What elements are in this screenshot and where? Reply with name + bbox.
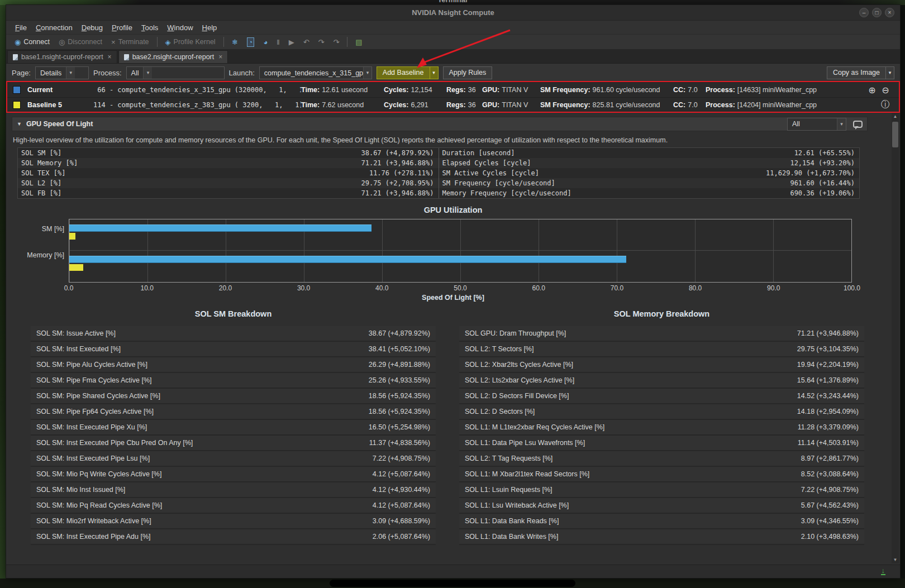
vertical-scrollbar[interactable]: ▲ ▼ [892, 113, 899, 563]
tab-close-icon[interactable]: × [108, 53, 112, 61]
menu-item[interactable]: Tools [137, 23, 163, 32]
tab-base1-report[interactable]: base1.nsight-cuprof-report × [7, 50, 117, 63]
table-row[interactable]: SOL L2: Xbar2lts Cycles Active [%] 19.94… [459, 357, 864, 373]
tab-close-icon[interactable]: × [218, 53, 222, 61]
step-back-button[interactable]: ↶ [299, 37, 313, 47]
terminate-button[interactable]: × Terminate [107, 37, 153, 47]
menu-item[interactable]: Help [198, 23, 222, 32]
process-select[interactable]: All ▾ [126, 66, 225, 79]
connect-button[interactable]: ◉ Connect [11, 37, 54, 47]
titlebar[interactable]: NVIDIA Nsight Compute – □ × [6, 5, 900, 21]
table-row[interactable]: SOL L1: M L1tex2xbar Req Cycles Active [… [459, 420, 864, 436]
copy-as-image-button[interactable]: Copy as Image [827, 66, 886, 79]
table-row[interactable]: SOL L1: M Xbar2l1tex Read Sectors [%] 8.… [459, 467, 864, 482]
table-row[interactable]: SOL SM: Mio Pq Read Cycles Active [%] 4.… [31, 498, 436, 514]
menu-item[interactable]: Profile [107, 23, 137, 32]
table-row[interactable]: SOL SM: Inst Executed Pipe Lsu [%] 7.22 … [31, 451, 436, 467]
table-row[interactable]: SOL SM: Pipe Shared Cycles Active [%] 18… [31, 389, 436, 404]
kernel-replay-button[interactable]: ◕ [259, 37, 272, 47]
collapse-icon[interactable]: ▼ [17, 121, 22, 127]
maximize-button[interactable]: □ [872, 8, 882, 17]
close-button[interactable]: × [885, 8, 894, 17]
toolbar-separator [223, 37, 224, 47]
table-row[interactable]: SOL L2: T Tag Requests [%] 8.97 (+2,861.… [459, 451, 864, 467]
table-row[interactable]: Memory Frequency [cycle/usecond] 690.36 … [439, 188, 860, 198]
tab-base2-report[interactable]: base2.nsight-cuprof-report × [118, 50, 228, 63]
section-filter-select[interactable]: All ▾ [787, 118, 846, 131]
freeze-api-button[interactable]: ❄ [228, 37, 242, 47]
table-row[interactable]: SOL L1: Lsuin Requests [%] 7.22 (+4,908.… [459, 482, 864, 498]
table-row[interactable]: SOL L2 [%] 29.75 (+2,708.95%) [18, 178, 439, 188]
metric-name: SOL SM: Inst Executed [%] [31, 345, 369, 353]
add-baseline-button[interactable]: Add Baseline [377, 66, 430, 79]
table-row[interactable]: SOL SM: Inst Executed [%] 38.41 (+5,052.… [31, 342, 436, 357]
table-row[interactable]: SOL SM: Pipe Alu Cycles Active [%] 26.29… [31, 357, 436, 373]
table-row[interactable]: SM Active Cycles [cycle] 11,629.90 (+1,6… [439, 168, 860, 178]
table-row[interactable]: Duration [usecond] 12.61 (+65.55%) [439, 148, 860, 158]
download-icon[interactable]: ↓ [881, 567, 886, 575]
disconnect-button[interactable]: ◎ Disconnect [55, 37, 106, 47]
menu-item[interactable]: File [11, 23, 31, 32]
table-row[interactable]: SOL SM: Issue Active [%] 38.67 (+4,879.9… [31, 326, 436, 342]
step-out-icon: ↷ [333, 38, 339, 46]
menu-item[interactable]: Debug [77, 23, 107, 32]
step-over-button[interactable]: ↷ [315, 37, 328, 47]
table-row[interactable]: SOL SM: Inst Executed Pipe Xu [%] 16.50 … [31, 420, 436, 436]
table-row[interactable]: SOL SM: Mio2rf Writeback Active [%] 3.09… [31, 514, 436, 529]
table-row[interactable]: SOL SM: Mio Pq Write Cycles Active [%] 4… [31, 467, 436, 482]
comparison-row-current[interactable]: Current 66 - compute_tendencies_x_315_gp… [6, 83, 900, 97]
zoom-out-icon[interactable]: ⊖ [879, 83, 892, 97]
scrollbar-thumb[interactable] [892, 122, 898, 147]
table-row[interactable]: SOL SM: Pipe Fp64 Cycles Active [%] 18.5… [31, 404, 436, 420]
step-out-button[interactable]: ↷ [329, 37, 343, 47]
table-row[interactable]: SOL TEX [%] 11.76 (+278.11%) [18, 168, 439, 178]
table-row[interactable]: SOL L1: Data Bank Reads [%] 3.09 (+4,346… [459, 514, 864, 529]
minimize-button[interactable]: – [859, 8, 869, 17]
add-baseline-dropdown-icon[interactable]: ▾ [430, 66, 439, 79]
resume-button[interactable]: ▶ [285, 37, 298, 47]
metric-details-button[interactable]: ▤ [351, 37, 366, 47]
menu-item[interactable]: Window [163, 23, 197, 32]
launch-select[interactable]: compute_tendencies_x_315_gpu ▾ [259, 66, 372, 79]
scroll-up-icon[interactable]: ▲ [892, 113, 899, 120]
profile-series-button[interactable]: ◔ [243, 36, 259, 48]
table-row[interactable]: SOL Memory [%] 71.21 (+3,946.88%) [18, 158, 439, 168]
table-row[interactable]: SOL L2: Lts2xbar Cycles Active [%] 15.64… [459, 373, 864, 389]
table-row[interactable]: SOL L2: D Sectors [%] 14.18 (+2,954.09%) [459, 404, 864, 420]
comparison-row-baseline[interactable]: Baseline 5 114 - compute_tendencies_z_38… [6, 97, 900, 112]
table-row[interactable]: SOL L1: Data Pipe Lsu Wavefronts [%] 11.… [459, 436, 864, 451]
table-row[interactable]: SOL SM: Mio Inst Issued [%] 4.12 (+4,930… [31, 482, 436, 498]
table-row[interactable]: SOL GPU: Dram Throughput [%] 71.21 (+3,9… [459, 326, 864, 342]
table-row[interactable]: SOL L2: D Sectors Fill Device [%] 14.52 … [459, 389, 864, 404]
info-icon[interactable]: ⓘ [879, 97, 892, 111]
pause-button[interactable]: ‖ [273, 37, 283, 47]
table-row[interactable]: SOL FB [%] 71.21 (+3,946.88%) [18, 188, 439, 198]
toolbar-separator [347, 37, 347, 47]
table-row[interactable]: SM Frequency [cycle/usecond] 961.60 (+16… [439, 178, 860, 188]
page-select[interactable]: Details ▾ [35, 66, 89, 79]
step-back-icon: ↶ [303, 38, 309, 46]
stat-cc: CC:7.0 [673, 101, 706, 109]
table-row[interactable]: SOL SM: Inst Executed Pipe Adu [%] 2.06 … [31, 529, 436, 545]
table-row[interactable]: Elapsed Cycles [cycle] 12,154 (+93.20%) [439, 158, 860, 168]
profile-kernel-button[interactable]: ◈ Profile Kernel [161, 37, 220, 47]
zoom-in-icon[interactable]: ⊕ [865, 83, 879, 97]
comment-icon[interactable] [853, 121, 863, 128]
table-row[interactable]: SOL L1: Lsu Writeback Active [%] 5.67 (+… [459, 498, 864, 514]
section-header-gpu-speed-of-light[interactable]: ▼ GPU Speed Of Light All ▾ [12, 117, 868, 131]
table-row[interactable]: SOL L2: T Sectors [%] 29.75 (+3,104.35%) [459, 342, 864, 357]
metric-value: 15.64 (+1,376.89%) [797, 376, 864, 384]
scroll-down-icon[interactable]: ▼ [892, 556, 899, 563]
profile-series-icon: ◔ [247, 37, 255, 47]
page-label: Page: [12, 69, 31, 77]
chart-x-ticks: 0.0 10.0 20.0 30.0 40.0 50.0 60.0 70.0 8… [69, 283, 852, 291]
table-row[interactable]: SOL L1: Data Bank Writes [%] 2.10 (+3,49… [459, 529, 864, 545]
breakdown-title: SOL SM Breakdown [31, 309, 436, 318]
apply-rules-button[interactable]: Apply Rules [443, 66, 493, 79]
table-row[interactable]: SOL SM [%] 38.67 (+4,879.92%) [18, 148, 439, 158]
table-row[interactable]: SOL SM: Pipe Fma Cycles Active [%] 25.26… [31, 373, 436, 389]
report-control-row: Page: Details ▾ Process: All ▾ Launch: c… [6, 64, 900, 83]
table-row[interactable]: SOL SM: Inst Executed Pipe Cbu Pred On A… [31, 436, 436, 451]
menu-item[interactable]: Connection [31, 23, 77, 32]
copy-as-image-dropdown-icon[interactable]: ▾ [885, 66, 894, 79]
